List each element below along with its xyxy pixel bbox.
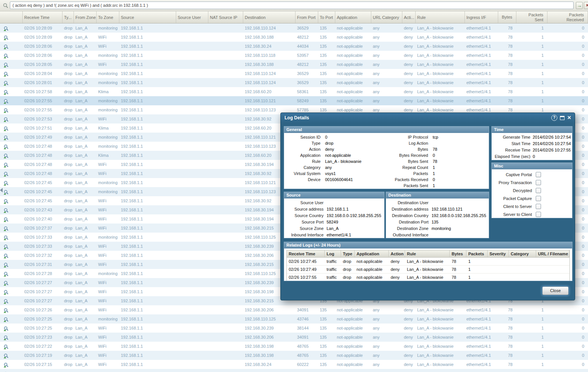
- log-row[interactable]: 02/26 10:27:19dropLan_AWiFi192.168.1.119…: [0, 351, 588, 360]
- log-viewer: → × Receive TimeTy...From ZoneTo ZoneSou…: [0, 0, 588, 372]
- log-detail-icon[interactable]: [3, 34, 9, 40]
- related-log-row[interactable]: 02/26 10:27:45trafficdropnot-applicabled…: [287, 258, 569, 266]
- col-header-source[interactable]: Source: [119, 11, 176, 23]
- col-header-packetsReceived[interactable]: Packets Received: [547, 11, 588, 23]
- panel-collapse-arrow[interactable]: [0, 188, 3, 192]
- log-row[interactable]: 02/26 10:28:01dropLan_Amonitoring192.168…: [0, 78, 588, 87]
- cell-urlCategory: any: [371, 351, 402, 360]
- log-detail-icon[interactable]: [3, 371, 9, 372]
- clear-filter-button[interactable]: ×: [584, 2, 588, 9]
- log-row[interactable]: 02/26 10:28:04dropLan_Amonitoring192.168…: [0, 69, 588, 78]
- log-row[interactable]: 02/26 10:28:09dropLan_Amonitoring192.168…: [0, 23, 588, 33]
- log-detail-icon[interactable]: [3, 153, 9, 158]
- log-detail-icon[interactable]: [3, 280, 9, 286]
- apply-filter-button[interactable]: →: [576, 2, 583, 9]
- log-detail-icon[interactable]: [3, 244, 9, 249]
- log-detail-icon[interactable]: [3, 62, 9, 67]
- log-detail-icon[interactable]: [3, 180, 9, 186]
- log-row[interactable]: 02/26 10:27:23dropLan_AWiFi192.168.1.119…: [0, 333, 588, 342]
- col-header-natSourceIp[interactable]: NAT Source IP: [208, 11, 243, 23]
- maximize-icon[interactable]: [560, 116, 565, 120]
- log-row[interactable]: [0, 369, 588, 372]
- log-detail-icon[interactable]: [3, 262, 9, 267]
- col-header-time[interactable]: Receive Time: [23, 11, 63, 23]
- filter-query-input[interactable]: [10, 2, 574, 9]
- log-detail-icon[interactable]: [3, 271, 9, 277]
- log-detail-icon[interactable]: [3, 25, 9, 31]
- cell-source: 192.168.1.1: [119, 242, 176, 251]
- help-icon[interactable]: ?: [551, 115, 557, 121]
- cell-application: not-applicable: [335, 360, 371, 369]
- log-detail-icon[interactable]: [3, 80, 9, 86]
- server-to-client-checkbox[interactable]: [536, 212, 541, 217]
- log-detail-icon[interactable]: [3, 107, 9, 113]
- col-header-label: From Zone: [75, 15, 96, 20]
- log-detail-icon[interactable]: [3, 134, 9, 140]
- log-detail-icon[interactable]: [3, 144, 9, 149]
- col-header-urlCategory[interactable]: URL Category: [371, 11, 402, 23]
- col-header-toZone[interactable]: To Zone: [97, 11, 119, 23]
- log-detail-icon[interactable]: [3, 225, 9, 231]
- log-detail-icon[interactable]: [3, 189, 9, 195]
- related-log-row[interactable]: 02/26 10:27:49trafficdropnot-applicabled…: [287, 266, 569, 274]
- log-detail-icon[interactable]: [3, 316, 9, 322]
- close-button[interactable]: Close: [542, 286, 569, 295]
- log-row[interactable]: 02/26 10:27:25dropLan_AWiFi192.168.1.119…: [0, 324, 588, 333]
- log-detail-icon[interactable]: [3, 216, 9, 222]
- log-detail-icon[interactable]: [3, 298, 9, 304]
- captive-portal-checkbox[interactable]: [536, 172, 541, 177]
- log-detail-icon[interactable]: [3, 116, 9, 122]
- proxy-transaction-checkbox[interactable]: [536, 180, 541, 185]
- log-detail-icon[interactable]: [3, 125, 9, 131]
- log-row[interactable]: 02/26 10:27:58dropLan_AKlima192.168.1.11…: [0, 87, 588, 96]
- log-detail-icon[interactable]: [3, 325, 9, 331]
- cell-natSourceIp: [208, 196, 243, 205]
- related-log-row[interactable]: 02/26 10:27:55trafficdropnot-applicabled…: [287, 274, 569, 281]
- col-header-ingress[interactable]: Ingress I/F: [465, 11, 498, 23]
- log-detail-icon[interactable]: [3, 44, 9, 49]
- log-detail-icon[interactable]: [3, 89, 9, 95]
- col-header-type[interactable]: Ty...: [63, 11, 74, 23]
- log-row[interactable]: 02/26 10:27:22dropLan_AWiFi192.168.1.119…: [0, 342, 588, 351]
- log-detail-icon[interactable]: [3, 98, 9, 104]
- col-header-action[interactable]: Acti...: [402, 11, 416, 23]
- col-header-icon[interactable]: [0, 11, 23, 23]
- log-detail-icon[interactable]: [3, 353, 9, 358]
- log-detail-icon[interactable]: [3, 171, 9, 177]
- log-detail-icon[interactable]: [3, 198, 9, 204]
- log-row[interactable]: 02/26 10:28:06dropLan_Amonitoring192.168…: [0, 51, 588, 60]
- log-detail-icon[interactable]: [3, 307, 9, 313]
- log-detail-icon[interactable]: [3, 289, 9, 295]
- log-detail-icon[interactable]: [3, 207, 9, 213]
- log-detail-icon[interactable]: [3, 253, 9, 258]
- col-header-toPort[interactable]: To Port: [318, 11, 335, 23]
- col-header-sourceUser[interactable]: Source User: [176, 11, 208, 23]
- log-row[interactable]: 02/26 10:27:15dropLan_AWiFi192.168.1.119…: [0, 360, 588, 369]
- cell-natSourceIp: [208, 351, 243, 360]
- col-header-rule[interactable]: Rule: [416, 11, 465, 23]
- log-row[interactable]: 02/26 10:27:26dropLan_AWiFi192.168.1.119…: [0, 305, 588, 314]
- log-detail-icon[interactable]: [3, 344, 9, 349]
- log-row[interactable]: 02/26 10:28:06dropLan_AWiFi192.168.1.119…: [0, 42, 588, 51]
- log-detail-icon[interactable]: [3, 334, 9, 340]
- col-header-bytes[interactable]: Bytes: [498, 11, 516, 23]
- log-detail-icon[interactable]: [3, 162, 9, 167]
- packet-capture-checkbox[interactable]: [536, 196, 541, 201]
- client-to-server-checkbox[interactable]: [536, 204, 541, 209]
- log-detail-icon[interactable]: [3, 71, 9, 77]
- close-icon[interactable]: ✕: [567, 115, 571, 120]
- log-row[interactable]: 02/26 10:28:05dropLan_AWiFi192.168.1.119…: [0, 60, 588, 69]
- decrypted-checkbox[interactable]: [536, 188, 541, 193]
- related-col-header: Bytes: [450, 250, 466, 257]
- col-header-application[interactable]: Application: [335, 11, 371, 23]
- log-detail-icon[interactable]: [3, 234, 9, 240]
- log-row[interactable]: 02/26 10:28:09dropLan_AWiFi192.168.1.119…: [0, 33, 588, 42]
- log-row[interactable]: 02/26 10:27:25dropLan_Amonitoring192.168…: [0, 314, 588, 324]
- col-header-packetsSent[interactable]: Packets Sent: [516, 11, 547, 23]
- col-header-destination[interactable]: Destination: [243, 11, 296, 23]
- col-header-fromZone[interactable]: From Zone: [74, 11, 97, 23]
- log-row[interactable]: 02/26 10:27:55dropLan_Amonitoring192.168…: [0, 96, 588, 105]
- col-header-fromPort[interactable]: From Port: [296, 11, 318, 23]
- log-detail-icon[interactable]: [3, 362, 9, 367]
- log-detail-icon[interactable]: [3, 53, 9, 58]
